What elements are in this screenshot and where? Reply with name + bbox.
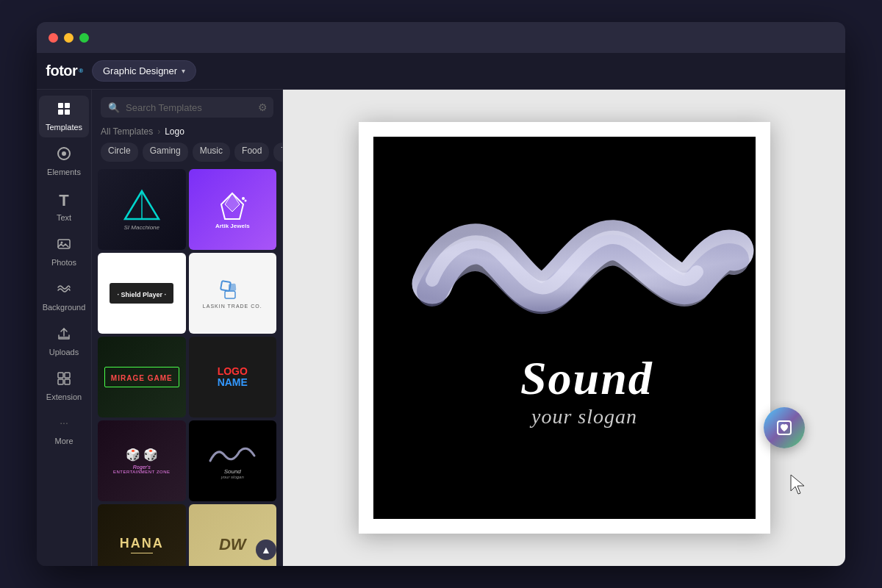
chevron-down-icon: ▾ bbox=[182, 67, 185, 75]
photos-icon bbox=[57, 237, 71, 255]
logo-dot: ® bbox=[79, 68, 82, 74]
maximize-button[interactable] bbox=[79, 33, 89, 43]
favorite-button[interactable] bbox=[764, 407, 805, 448]
template-card-laskin[interactable]: LASKIN TRADE CO. bbox=[189, 253, 277, 334]
mac-window: fotor® Graphic Designer ▾ Template bbox=[37, 22, 845, 566]
template-grid-wrapper: SI Macchione Artik Jewels bbox=[92, 169, 282, 566]
svg-rect-11 bbox=[65, 379, 70, 384]
sidebar-item-elements[interactable]: Elements bbox=[39, 140, 89, 182]
more-label-container: More bbox=[54, 434, 73, 447]
minimize-button[interactable] bbox=[64, 33, 74, 43]
tag-circle[interactable]: Circle bbox=[101, 143, 138, 162]
close-button[interactable] bbox=[49, 33, 58, 43]
svg-text:Sound: Sound bbox=[520, 352, 653, 404]
svg-text:your slogan: your slogan bbox=[529, 405, 637, 428]
template-card-jewels[interactable]: Artik Jewels bbox=[189, 169, 277, 250]
templates-icon bbox=[57, 101, 71, 120]
uploads-label: Uploads bbox=[49, 348, 79, 356]
text-label: Text bbox=[57, 213, 71, 222]
template-card-mirage[interactable]: MIRAGE GAME bbox=[98, 337, 186, 417]
svg-rect-10 bbox=[58, 379, 63, 384]
breadcrumb: All Templates › Logo bbox=[92, 123, 282, 143]
svg-point-17 bbox=[242, 197, 245, 200]
category-tags: Circle Gaming Music Food Tech › bbox=[92, 143, 282, 169]
sidebar-item-photos[interactable]: Photos bbox=[39, 231, 89, 273]
more-dots-icon: ··· bbox=[60, 417, 68, 429]
sidebar-item-extension[interactable]: Extension bbox=[39, 365, 89, 407]
canvas-content[interactable]: Sound your slogan bbox=[373, 137, 756, 519]
designer-label: Graphic Designer bbox=[103, 65, 177, 76]
more-label: More bbox=[54, 437, 73, 445]
background-icon bbox=[57, 282, 71, 300]
template-card-sound2[interactable]: Sound your slogan bbox=[189, 420, 277, 501]
extension-label: Extension bbox=[46, 392, 82, 401]
scroll-down-button[interactable]: ▲ bbox=[256, 539, 276, 560]
tag-food[interactable]: Food bbox=[234, 143, 269, 162]
svg-rect-9 bbox=[65, 373, 70, 378]
logo-svg: Sound your slogan bbox=[373, 137, 756, 519]
breadcrumb-current: Logo bbox=[165, 126, 184, 137]
svg-rect-2 bbox=[58, 110, 63, 115]
text-icon: T bbox=[59, 191, 68, 210]
svg-rect-0 bbox=[58, 103, 63, 108]
fotor-logo: fotor® bbox=[37, 62, 92, 79]
svg-line-14 bbox=[125, 191, 142, 219]
template-card-shield[interactable]: · Shield Player · bbox=[98, 253, 186, 334]
svg-point-5 bbox=[62, 151, 66, 156]
elements-icon bbox=[57, 146, 71, 165]
template-grid: SI Macchione Artik Jewels bbox=[92, 169, 282, 566]
template-card-triangle[interactable]: SI Macchione bbox=[98, 169, 186, 250]
designer-dropdown[interactable]: Graphic Designer ▾ bbox=[92, 60, 196, 82]
sidebar: Templates Elements T Text bbox=[37, 90, 92, 566]
svg-rect-3 bbox=[65, 110, 70, 115]
search-icon: 🔍 bbox=[108, 102, 120, 113]
templates-label: Templates bbox=[46, 123, 82, 132]
tag-tech[interactable]: Tech bbox=[273, 143, 282, 162]
template-card-logoname[interactable]: LOGO NAME bbox=[189, 337, 277, 417]
background-label: Background bbox=[43, 303, 86, 312]
photos-label: Photos bbox=[51, 258, 76, 267]
extension-icon bbox=[57, 371, 71, 390]
sidebar-item-text[interactable]: T Text bbox=[39, 185, 89, 228]
svg-marker-16 bbox=[225, 193, 240, 212]
cursor-icon bbox=[788, 473, 808, 500]
filter-icon[interactable]: ⚙ bbox=[258, 101, 268, 113]
search-bar: 🔍 ⚙ bbox=[101, 97, 273, 118]
template-card-roger[interactable]: 🎲 🎲 Roger's ENTERTAINMENT ZONE bbox=[98, 420, 186, 501]
svg-rect-1 bbox=[65, 103, 70, 108]
sidebar-item-background[interactable]: Background bbox=[39, 276, 89, 318]
more-dots-container: ··· bbox=[60, 416, 68, 429]
heart-icon bbox=[775, 419, 793, 437]
svg-rect-8 bbox=[58, 373, 63, 378]
top-header: fotor® Graphic Designer ▾ bbox=[37, 53, 845, 90]
app-body: Templates Elements T Text bbox=[37, 90, 845, 566]
template-panel: 🔍 ⚙ All Templates › Logo Circle Gaming M… bbox=[92, 90, 283, 566]
breadcrumb-all[interactable]: All Templates bbox=[101, 126, 153, 137]
template-card-hana[interactable]: HANA bbox=[98, 504, 186, 566]
breadcrumb-separator: › bbox=[157, 126, 160, 137]
svg-rect-20 bbox=[229, 284, 237, 292]
canvas-area: Sound your slogan bbox=[283, 90, 845, 566]
svg-point-18 bbox=[245, 200, 247, 202]
logo-text: fotor bbox=[46, 62, 77, 79]
titlebar bbox=[37, 22, 845, 53]
tag-music[interactable]: Music bbox=[193, 143, 230, 162]
sidebar-item-uploads[interactable]: Uploads bbox=[39, 320, 89, 362]
elements-label: Elements bbox=[47, 168, 81, 176]
sidebar-item-templates[interactable]: Templates bbox=[39, 96, 89, 137]
search-input[interactable] bbox=[126, 102, 249, 113]
canvas-container: Sound your slogan bbox=[359, 122, 770, 534]
uploads-icon bbox=[57, 326, 71, 345]
svg-rect-21 bbox=[225, 291, 235, 298]
tag-gaming[interactable]: Gaming bbox=[143, 143, 188, 162]
